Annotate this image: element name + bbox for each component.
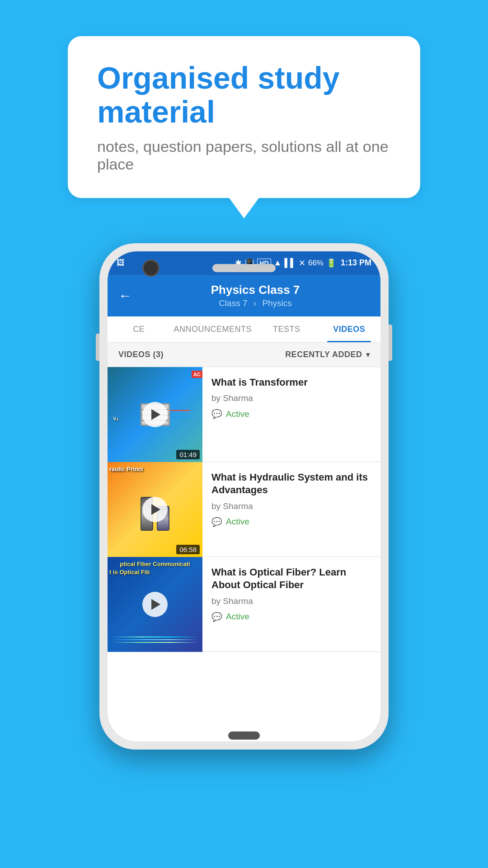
signal-icon: ▌▌: [284, 258, 296, 268]
sort-button[interactable]: RECENTLY ADDED ▾: [285, 350, 370, 359]
video-status-1: 💬 Active: [211, 409, 371, 419]
video-list: V₁ 01:49 AC What is T: [108, 367, 380, 741]
video-thumbnail-3: ptical Fiber Communicati t is Optical Fi…: [108, 557, 202, 652]
status-left-icons: 🖼: [117, 258, 125, 268]
video-info-1: What is Transformer by Sharma 💬 Active: [202, 367, 380, 462]
top-section: Organised study material notes, question…: [0, 0, 488, 198]
chat-icon-2: 💬: [211, 517, 222, 527]
phone-wrapper: 🖼 ✱ 📳 HD ▲ ▌▌ ✕ 66% 🔋 1:13 PM: [0, 243, 488, 750]
optical-thumb-text-1: ptical Fiber Communicati: [108, 561, 202, 567]
breadcrumb-separator: ›: [253, 298, 256, 308]
battery-percentage: 66%: [308, 259, 324, 268]
phone-side-button-right: [389, 325, 392, 361]
video-author-2: by Sharma: [211, 501, 371, 511]
optical-thumb-text-2: t is Optical Fib: [109, 569, 150, 576]
header-title-block: Physics Class 7 Class 7 › Physics: [141, 283, 370, 308]
phone-camera: [142, 259, 160, 277]
video-title-3: What is Optical Fiber? Learn About Optic…: [211, 566, 371, 592]
tab-videos[interactable]: VIDEOS: [318, 316, 380, 342]
active-label-1: Active: [226, 409, 249, 419]
video-info-3: What is Optical Fiber? Learn About Optic…: [202, 557, 380, 651]
videos-header: VIDEOS (3) RECENTLY ADDED ▾: [108, 343, 380, 367]
video-info-2: What is Hydraulic System and its Advanta…: [202, 462, 380, 557]
chat-icon-1: 💬: [211, 409, 222, 419]
sort-label: RECENTLY ADDED: [285, 350, 362, 359]
video-item-2[interactable]: raulic Princi 06:58: [108, 462, 380, 557]
video-item-3[interactable]: ptical Fiber Communicati t is Optical Fi…: [108, 557, 380, 652]
video-item-1[interactable]: V₁ 01:49 AC What is T: [108, 367, 380, 462]
header-title: Physics Class 7: [141, 283, 370, 297]
video-duration-1: 01:49: [176, 450, 200, 459]
x-icon: ✕: [299, 258, 305, 268]
clock: 1:13 PM: [341, 258, 371, 268]
chat-icon-3: 💬: [211, 612, 222, 622]
phone-side-button-left: [96, 334, 99, 361]
app-header: ← Physics Class 7 Class 7 › Physics: [108, 275, 380, 316]
phone-speaker: [212, 264, 276, 272]
phone-screen: 🖼 ✱ 📳 HD ▲ ▌▌ ✕ 66% 🔋 1:13 PM: [108, 251, 380, 741]
speech-bubble: Organised study material notes, question…: [68, 36, 420, 198]
hydraulic-thumb-text: raulic Princi: [109, 466, 143, 473]
tab-announcements[interactable]: ANNOUNCEMENTS: [170, 316, 256, 342]
video-thumbnail-2: raulic Princi 06:58: [108, 462, 202, 557]
video-status-2: 💬 Active: [211, 517, 371, 527]
active-label-3: Active: [226, 612, 249, 622]
app-background: Organised study material notes, question…: [0, 0, 488, 868]
video-title-1: What is Transformer: [211, 376, 371, 389]
video-author-1: by Sharma: [211, 393, 371, 403]
header-breadcrumb: Class 7 › Physics: [141, 298, 370, 308]
videos-count: VIDEOS (3): [118, 350, 164, 359]
bubble-title: Organised study material: [97, 61, 391, 129]
video-thumbnail-1: V₁ 01:49 AC: [108, 367, 202, 462]
battery-icon: 🔋: [326, 258, 336, 268]
video-title-2: What is Hydraulic System and its Advanta…: [211, 471, 371, 497]
video-duration-2: 06:58: [176, 545, 200, 554]
video-author-3: by Sharma: [211, 596, 371, 606]
tabs-bar: CE ANNOUNCEMENTS TESTS VIDEOS: [108, 316, 380, 343]
thumb-tag-1: AC: [192, 371, 202, 378]
breadcrumb-subject: Physics: [262, 298, 291, 308]
breadcrumb-class: Class 7: [219, 298, 247, 308]
bubble-subtitle: notes, question papers, solutions all at…: [97, 138, 391, 173]
video-status-3: 💬 Active: [211, 612, 371, 622]
phone-home-button[interactable]: [228, 731, 260, 740]
chevron-down-icon: ▾: [366, 350, 370, 359]
phone-device: 🖼 ✱ 📳 HD ▲ ▌▌ ✕ 66% 🔋 1:13 PM: [99, 243, 389, 750]
active-label-2: Active: [226, 517, 249, 527]
photo-icon: 🖼: [117, 258, 125, 268]
back-button[interactable]: ←: [118, 288, 132, 303]
tab-tests[interactable]: TESTS: [255, 316, 318, 342]
tab-ce[interactable]: CE: [108, 316, 170, 342]
